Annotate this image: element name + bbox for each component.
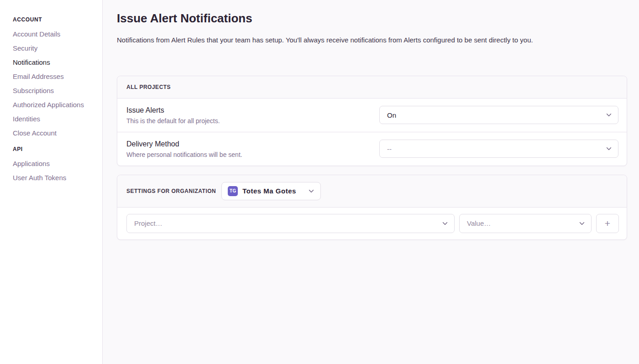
all-projects-panel: ALL PROJECTS Issue Alerts This is the de… [117, 76, 627, 166]
delivery-method-select[interactable]: -- [379, 140, 618, 158]
chevron-down-icon [308, 188, 314, 194]
chevron-down-icon [606, 146, 612, 152]
sidebar-item-applications[interactable]: Applications [13, 160, 98, 168]
organization-panel-header-label: SETTINGS FOR ORGANIZATION [126, 188, 216, 194]
value-select-placeholder: Value… [467, 219, 491, 227]
sidebar-item-close-account[interactable]: Close Account [13, 129, 98, 137]
sidebar-section-header-account: ACCOUNT [13, 16, 98, 23]
settings-sidebar: ACCOUNT Account Details Security Notific… [0, 0, 103, 364]
sidebar-item-security[interactable]: Security [13, 44, 98, 52]
sidebar-section-api: API Applications User Auth Tokens [13, 146, 98, 182]
issue-alerts-help: This is the default for all projects. [126, 117, 220, 125]
sidebar-item-authorized-applications[interactable]: Authorized Applications [13, 101, 98, 109]
plus-icon: + [605, 218, 610, 228]
delivery-method-label: Delivery Method [126, 140, 242, 148]
issue-alerts-select-value: On [387, 111, 396, 119]
project-fine-tune-row: Project… Value… + [117, 208, 627, 239]
issue-alerts-select[interactable]: On [379, 106, 618, 124]
delivery-method-select-value: -- [387, 145, 392, 153]
issue-alerts-row: Issue Alerts This is the default for all… [117, 99, 627, 132]
sidebar-item-identities[interactable]: Identities [13, 115, 98, 123]
sidebar-item-account-details[interactable]: Account Details [13, 30, 98, 38]
value-select[interactable]: Value… [459, 214, 592, 233]
organization-select[interactable]: TG Totes Ma Gotes [221, 182, 321, 200]
sidebar-item-email-addresses[interactable]: Email Addresses [13, 73, 98, 81]
organization-name: Totes Ma Gotes [242, 187, 296, 195]
chevron-down-icon [606, 112, 612, 118]
issue-alerts-label: Issue Alerts [126, 106, 220, 114]
delivery-method-help: Where personal notifications will be sen… [126, 151, 242, 158]
sidebar-item-notifications[interactable]: Notifications [13, 58, 98, 67]
organization-settings-panel: SETTINGS FOR ORGANIZATION TG Totes Ma Go… [117, 175, 627, 240]
sidebar-item-subscriptions[interactable]: Subscriptions [13, 87, 98, 95]
sidebar-section-header-api: API [13, 146, 98, 152]
delivery-method-row: Delivery Method Where personal notificat… [117, 132, 627, 166]
organization-panel-header: SETTINGS FOR ORGANIZATION TG Totes Ma Go… [117, 175, 627, 208]
page-description: Notifications from Alert Rules that your… [117, 36, 627, 45]
delivery-method-labels: Delivery Method Where personal notificat… [126, 140, 242, 158]
add-project-setting-button[interactable]: + [596, 214, 619, 233]
sidebar-section-account: ACCOUNT Account Details Security Notific… [13, 16, 98, 137]
all-projects-panel-header: ALL PROJECTS [117, 76, 627, 99]
chevron-down-icon [579, 220, 585, 227]
chevron-down-icon [442, 220, 448, 227]
organization-avatar: TG [228, 186, 238, 196]
issue-alerts-labels: Issue Alerts This is the default for all… [126, 106, 220, 125]
page-title: Issue Alert Notifications [117, 12, 627, 26]
project-select[interactable]: Project… [126, 214, 455, 233]
sidebar-item-user-auth-tokens[interactable]: User Auth Tokens [13, 174, 98, 182]
main-content: Issue Alert Notifications Notifications … [103, 0, 639, 240]
project-select-placeholder: Project… [134, 219, 162, 227]
